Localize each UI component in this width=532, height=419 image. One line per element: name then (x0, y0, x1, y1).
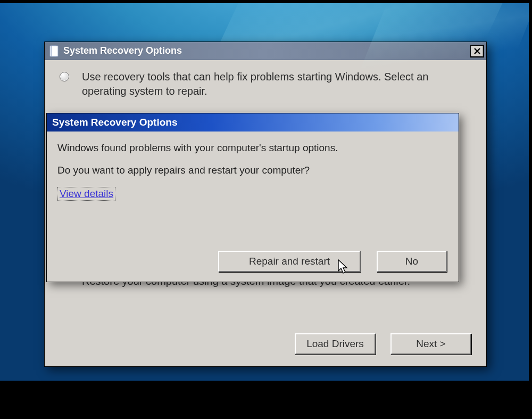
startup-repair-dialog: System Recovery Options Windows found pr… (46, 113, 459, 282)
close-button[interactable] (470, 45, 484, 57)
repair-and-restart-button[interactable]: Repair and restart (218, 251, 361, 272)
button-label: Repair and restart (249, 256, 330, 267)
load-drivers-button[interactable]: Load Drivers (295, 333, 376, 355)
frame-edge (529, 0, 532, 419)
dialog-message-line1: Windows found problems with your compute… (57, 142, 448, 154)
option-use-recovery-tools[interactable]: Use recovery tools that can help fix pro… (60, 70, 475, 98)
radio-icon[interactable] (60, 72, 69, 81)
dialog-titlebar[interactable]: System Recovery Options (47, 113, 459, 132)
frame-edge (0, 381, 532, 419)
dialog-message-line2: Do you want to apply repairs and restart… (57, 165, 448, 176)
button-label: No (405, 256, 418, 267)
app-icon (49, 45, 60, 57)
view-details-link[interactable]: View details (57, 187, 115, 201)
frame-edge (0, 0, 532, 3)
option-label: Use recovery tools that can help fix pro… (82, 70, 475, 98)
no-button[interactable]: No (377, 251, 447, 272)
button-label: Next > (416, 338, 445, 350)
titlebar[interactable]: System Recovery Options (45, 42, 486, 60)
svg-rect-1 (52, 46, 58, 56)
dialog-title: System Recovery Options (52, 117, 177, 128)
next-button[interactable]: Next > (390, 333, 471, 355)
window-title: System Recovery Options (63, 45, 470, 56)
button-label: Load Drivers (306, 338, 364, 350)
